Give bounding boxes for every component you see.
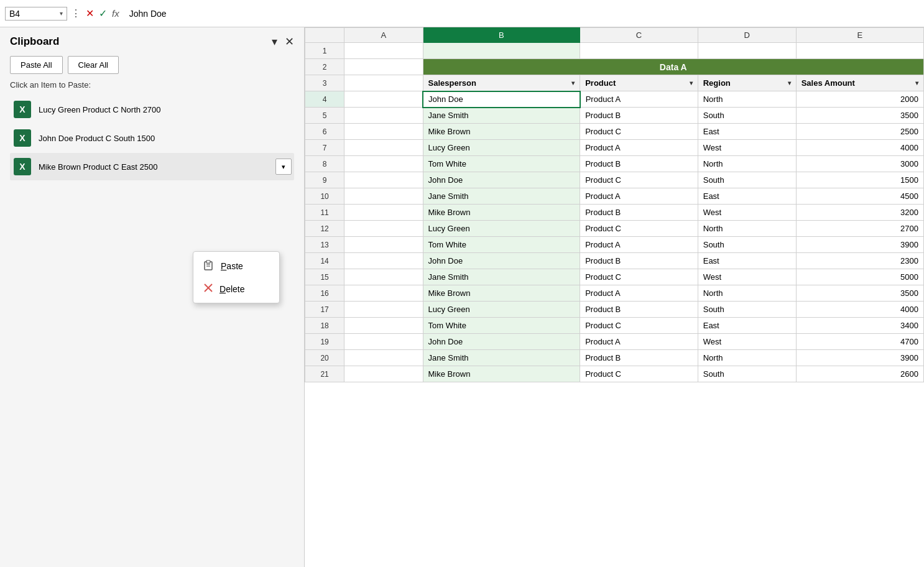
filter-product[interactable]: Product▾ bbox=[580, 75, 698, 91]
cell-b20[interactable]: Jane Smith bbox=[423, 350, 580, 366]
cell-b9[interactable]: John Doe bbox=[423, 172, 580, 188]
spreadsheet-area[interactable]: A B C D E 1 2 Data A 3 Salesperson▾ Prod… bbox=[305, 27, 924, 567]
cell-b6[interactable]: Mike Brown bbox=[423, 124, 580, 140]
cell-a21[interactable] bbox=[344, 366, 423, 382]
cell-a14[interactable] bbox=[344, 253, 423, 269]
cell-b7[interactable]: Lucy Green bbox=[423, 140, 580, 156]
cell-a17[interactable] bbox=[344, 302, 423, 318]
context-menu-delete[interactable]: Delete bbox=[193, 278, 279, 300]
cell-c11[interactable]: Product B bbox=[580, 205, 698, 221]
cell-c20[interactable]: Product B bbox=[580, 350, 698, 366]
cell-c12[interactable]: Product C bbox=[580, 221, 698, 237]
cell-a8[interactable] bbox=[344, 156, 423, 172]
col-header-d[interactable]: D bbox=[698, 28, 796, 43]
cell-d12[interactable]: North bbox=[698, 221, 796, 237]
cell-d6[interactable]: East bbox=[698, 124, 796, 140]
cell-a7[interactable] bbox=[344, 140, 423, 156]
cell-e1[interactable] bbox=[796, 43, 923, 59]
cell-b21[interactable]: Mike Brown bbox=[423, 366, 580, 382]
cell-a2[interactable] bbox=[344, 59, 423, 75]
cell-a18[interactable] bbox=[344, 318, 423, 334]
cell-c10[interactable]: Product A bbox=[580, 188, 698, 205]
cell-d18[interactable]: East bbox=[698, 318, 796, 334]
more-options-icon[interactable]: ⋮ bbox=[71, 7, 81, 19]
cell-e17[interactable]: 4000 bbox=[796, 302, 923, 318]
cell-d20[interactable]: North bbox=[698, 350, 796, 366]
clipboard-item[interactable]: X Mike Brown Product C East 2500 ▾ bbox=[10, 153, 294, 180]
cell-b17[interactable]: Lucy Green bbox=[423, 302, 580, 318]
context-menu-paste[interactable]: Paste bbox=[193, 254, 279, 278]
cell-b1[interactable] bbox=[423, 43, 580, 59]
cell-d10[interactable]: East bbox=[698, 188, 796, 205]
cell-e21[interactable]: 2600 bbox=[796, 366, 923, 382]
cell-c15[interactable]: Product C bbox=[580, 269, 698, 285]
cell-e20[interactable]: 3900 bbox=[796, 350, 923, 366]
clipboard-item-dropdown-icon[interactable]: ▾ bbox=[275, 159, 292, 175]
cell-e18[interactable]: 3400 bbox=[796, 318, 923, 334]
cell-e9[interactable]: 1500 bbox=[796, 172, 923, 188]
filter-salesperson[interactable]: Salesperson▾ bbox=[423, 75, 580, 91]
cell-b16[interactable]: Mike Brown bbox=[423, 285, 580, 302]
cell-b8[interactable]: Tom White bbox=[423, 156, 580, 172]
cell-a12[interactable] bbox=[344, 221, 423, 237]
cell-e16[interactable]: 3500 bbox=[796, 285, 923, 302]
cell-a6[interactable] bbox=[344, 124, 423, 140]
cell-d14[interactable]: East bbox=[698, 253, 796, 269]
cell-c4[interactable]: Product A bbox=[580, 91, 698, 108]
close-icon[interactable]: ✕ bbox=[285, 35, 294, 48]
cell-e13[interactable]: 3900 bbox=[796, 237, 923, 253]
cell-d5[interactable]: South bbox=[698, 108, 796, 124]
cell-c6[interactable]: Product C bbox=[580, 124, 698, 140]
formula-input[interactable] bbox=[126, 7, 919, 20]
cell-a16[interactable] bbox=[344, 285, 423, 302]
cell-d8[interactable]: North bbox=[698, 156, 796, 172]
clipboard-item[interactable]: X John Doe Product C South 1500 bbox=[10, 124, 294, 152]
cell-c21[interactable]: Product C bbox=[580, 366, 698, 382]
cell-b15[interactable]: Jane Smith bbox=[423, 269, 580, 285]
cell-d7[interactable]: West bbox=[698, 140, 796, 156]
col-header-b[interactable]: B bbox=[423, 28, 580, 43]
cell-a11[interactable] bbox=[344, 205, 423, 221]
cell-d9[interactable]: South bbox=[698, 172, 796, 188]
cell-e6[interactable]: 2500 bbox=[796, 124, 923, 140]
cell-e14[interactable]: 2300 bbox=[796, 253, 923, 269]
col-header-c[interactable]: C bbox=[580, 28, 698, 43]
cell-b11[interactable]: Mike Brown bbox=[423, 205, 580, 221]
cell-e12[interactable]: 2700 bbox=[796, 221, 923, 237]
cell-a5[interactable] bbox=[344, 108, 423, 124]
cancel-icon[interactable]: ✕ bbox=[86, 7, 94, 19]
cell-d13[interactable]: South bbox=[698, 237, 796, 253]
cell-b4[interactable]: John Doe bbox=[423, 91, 580, 108]
cell-a15[interactable] bbox=[344, 269, 423, 285]
cell-d19[interactable]: West bbox=[698, 334, 796, 350]
cell-d17[interactable]: South bbox=[698, 302, 796, 318]
collapse-icon[interactable]: ▾ bbox=[272, 35, 277, 48]
cell-a9[interactable] bbox=[344, 172, 423, 188]
cell-a20[interactable] bbox=[344, 350, 423, 366]
cell-c5[interactable]: Product B bbox=[580, 108, 698, 124]
cell-c17[interactable]: Product B bbox=[580, 302, 698, 318]
col-header-e[interactable]: E bbox=[796, 28, 923, 43]
cell-e8[interactable]: 3000 bbox=[796, 156, 923, 172]
cell-c8[interactable]: Product B bbox=[580, 156, 698, 172]
cell-c16[interactable]: Product A bbox=[580, 285, 698, 302]
cell-a19[interactable] bbox=[344, 334, 423, 350]
cell-e15[interactable]: 5000 bbox=[796, 269, 923, 285]
cell-b18[interactable]: Tom White bbox=[423, 318, 580, 334]
cell-a4[interactable] bbox=[344, 91, 423, 108]
cell-d21[interactable]: South bbox=[698, 366, 796, 382]
cell-b5[interactable]: Jane Smith bbox=[423, 108, 580, 124]
cell-b10[interactable]: Jane Smith bbox=[423, 188, 580, 205]
cell-b13[interactable]: Tom White bbox=[423, 237, 580, 253]
cell-d15[interactable]: West bbox=[698, 269, 796, 285]
clear-all-button[interactable]: Clear All bbox=[68, 56, 119, 74]
cell-c18[interactable]: Product C bbox=[580, 318, 698, 334]
cell-d11[interactable]: West bbox=[698, 205, 796, 221]
cell-c13[interactable]: Product A bbox=[580, 237, 698, 253]
clipboard-item[interactable]: X Lucy Green Product C North 2700 bbox=[10, 96, 294, 123]
cell-e5[interactable]: 3500 bbox=[796, 108, 923, 124]
cell-a13[interactable] bbox=[344, 237, 423, 253]
cell-e7[interactable]: 4000 bbox=[796, 140, 923, 156]
cell-b19[interactable]: John Doe bbox=[423, 334, 580, 350]
cell-reference-box[interactable]: B4 ▾ bbox=[5, 7, 67, 21]
